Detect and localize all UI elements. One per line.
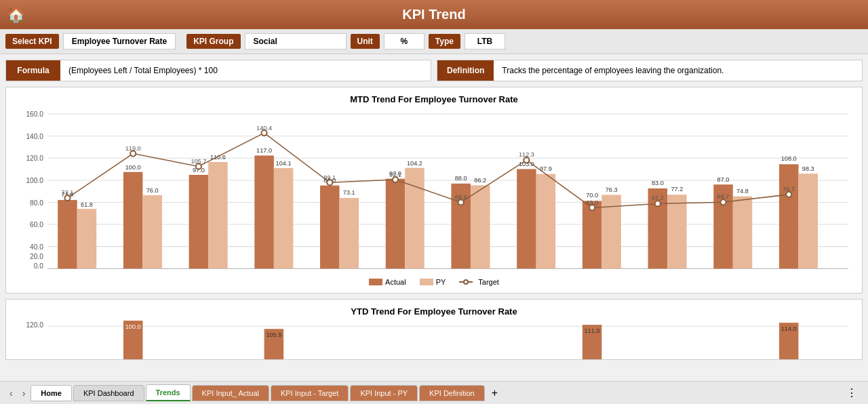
formula-box: Formula (Employees Left / Total Employee… (5, 60, 431, 81)
svg-text:120.0: 120.0 (26, 155, 43, 162)
tab-nav-prev[interactable]: ‹ (5, 386, 17, 400)
bar-py-apr (274, 168, 294, 268)
bar-py-oct (667, 195, 687, 268)
svg-text:140.0: 140.0 (26, 133, 43, 140)
tab-kpi-input-target[interactable]: KPI Input - Target (271, 385, 349, 401)
svg-text:74.8: 74.8 (736, 188, 749, 195)
definition-value: Tracks the percentage of employees leavi… (494, 60, 862, 81)
svg-point-63 (720, 199, 726, 205)
bar-actual-feb (123, 172, 143, 269)
bar-py-dec (798, 174, 818, 268)
chart-legend: Actual PY Target (13, 278, 855, 286)
svg-text:40.0: 40.0 (30, 243, 43, 251)
formula-label: Formula (6, 60, 60, 81)
legend-target-dot (463, 279, 469, 285)
svg-text:77.2: 77.2 (671, 186, 683, 193)
app-header: 🏠 KPI Trend (0, 0, 868, 29)
select-kpi-value[interactable]: Employee Turnover Rate (63, 33, 176, 49)
bar-actual-apr (254, 155, 274, 268)
svg-point-62 (655, 201, 660, 206)
svg-text:20.0: 20.0 (30, 253, 43, 260)
svg-text:108.0: 108.0 (781, 155, 797, 162)
definition-label: Definition (437, 60, 494, 81)
select-kpi-label: Select KPI (5, 34, 59, 49)
svg-text:120.0: 120.0 (26, 322, 43, 329)
bar-py-aug (536, 174, 556, 269)
svg-text:88.0: 88.0 (455, 175, 467, 182)
legend-actual-color (369, 279, 382, 285)
tab-home[interactable]: Home (31, 385, 72, 401)
svg-text:86.2: 86.2 (474, 177, 486, 184)
tab-bar: ‹ › Home KPI Dashboard Trends KPI Input_… (0, 381, 868, 404)
svg-text:105.9: 105.9 (266, 332, 281, 339)
mtd-chart-svg: 160.0 140.0 120.0 100.0 80.0 60.0 40.0 2… (13, 107, 855, 272)
svg-text:105.7: 105.7 (191, 158, 206, 165)
kpi-group-value[interactable]: Social (245, 33, 347, 49)
svg-text:70.0: 70.0 (586, 192, 598, 199)
tab-trends[interactable]: Trends (146, 384, 191, 401)
unit-label: Unit (351, 34, 380, 49)
formula-value: (Employees Left / Total Employees) * 100 (60, 60, 431, 81)
tab-kpi-input-py[interactable]: KPI Input - PY (350, 385, 418, 401)
svg-text:117.0: 117.0 (256, 147, 272, 154)
tab-kpi-input-actual[interactable]: KPI Input_ Actual (192, 385, 269, 401)
svg-text:76.3: 76.3 (606, 186, 618, 193)
svg-text:73.1: 73.1 (343, 189, 355, 196)
ytd-chart-svg: 120.0 100.0 105.9 111.0 114.0 (13, 319, 855, 360)
svg-text:63.0: 63.0 (586, 199, 598, 206)
svg-point-61 (589, 205, 595, 210)
svg-text:68.6: 68.6 (455, 194, 467, 201)
mtd-chart-container: MTD Trend For Employee Turnover Rate 160… (5, 87, 863, 294)
legend-actual-label: Actual (385, 278, 406, 286)
kpi-bar: Select KPI Employee Turnover Rate KPI Gr… (0, 29, 868, 54)
home-icon[interactable]: 🏠 (7, 6, 25, 24)
kpi-group-label: KPI Group (186, 34, 240, 49)
bar-actual-aug (517, 169, 536, 268)
bar-actual-dec (779, 164, 799, 268)
bar-actual-jun (386, 179, 406, 269)
bar-py-jul (471, 185, 490, 268)
svg-text:140.4: 140.4 (256, 125, 272, 132)
bar-py-jan (77, 209, 97, 268)
bar-actual-jan (58, 200, 77, 268)
svg-text:104.1: 104.1 (276, 160, 292, 167)
legend-py-label: PY (436, 278, 446, 286)
tab-kpi-dashboard[interactable]: KPI Dashboard (73, 385, 144, 401)
page-title: KPI Trend (7, 7, 861, 22)
tab-nav-next[interactable]: › (18, 386, 30, 400)
svg-text:68.7: 68.7 (717, 193, 730, 200)
svg-text:67.2: 67.2 (652, 195, 664, 201)
svg-text:104.2: 104.2 (407, 160, 422, 167)
svg-text:100.0: 100.0 (125, 164, 141, 171)
svg-text:119.0: 119.0 (125, 145, 141, 152)
svg-text:83.0: 83.0 (652, 180, 664, 186)
tab-kpi-definition[interactable]: KPI Definition (419, 385, 485, 401)
definition-box: Definition Tracks the percentage of empl… (437, 60, 863, 81)
bar-py-jun (405, 168, 425, 269)
unit-value[interactable]: % (384, 33, 425, 49)
svg-text:76.7: 76.7 (783, 186, 795, 193)
bar-py-nov (733, 197, 753, 269)
svg-text:114.0: 114.0 (781, 326, 797, 333)
legend-py: PY (420, 278, 446, 286)
svg-text:89.1: 89.1 (323, 174, 336, 181)
bar-actual-may (320, 186, 340, 269)
bar-py-mar (208, 162, 228, 268)
legend-target: Target (459, 278, 499, 286)
svg-text:112.3: 112.3 (519, 151, 534, 158)
svg-text:98.3: 98.3 (802, 165, 814, 172)
mtd-chart-title: MTD Trend For Employee Turnover Rate (13, 94, 855, 104)
svg-text:76.0: 76.0 (146, 187, 159, 194)
type-value[interactable]: LTB (465, 33, 505, 49)
bar-actual-mar (189, 175, 209, 268)
legend-py-color (420, 279, 433, 285)
legend-actual: Actual (369, 278, 406, 286)
ytd-chart-container: YTD Trend For Employee Turnover Rate 120… (5, 299, 863, 360)
svg-text:73.1: 73.1 (62, 189, 74, 196)
svg-text:92.1: 92.1 (389, 171, 401, 178)
svg-text:160.0: 160.0 (26, 110, 43, 118)
legend-target-line (459, 281, 473, 283)
tab-menu-button[interactable]: ⋮ (841, 385, 863, 401)
svg-text:80.0: 80.0 (30, 199, 43, 207)
tab-add-button[interactable]: + (486, 386, 503, 401)
